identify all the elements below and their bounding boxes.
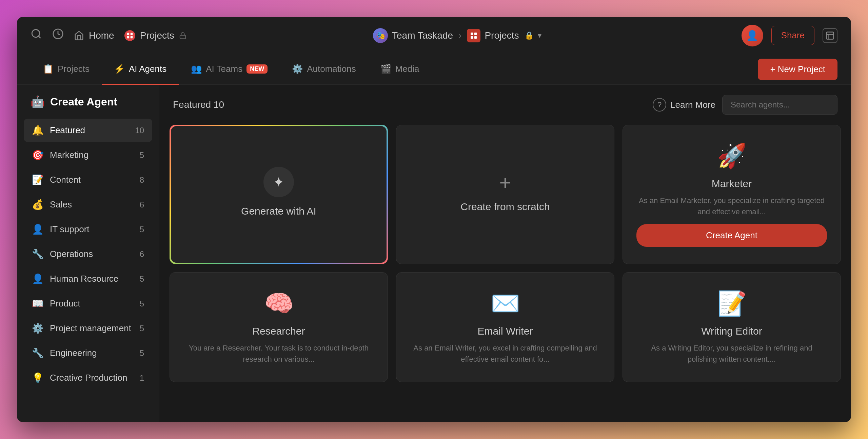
top-bar: Home Projects 🎭 Team Taskade › xyxy=(17,17,851,54)
sidebar-item-content[interactable]: 📝 Content 8 xyxy=(24,168,152,192)
tab-ai-teams-label: AI Teams xyxy=(206,64,242,74)
sidebar-item-creative-production[interactable]: 💡 Creative Production 1 xyxy=(24,366,152,390)
product-count: 5 xyxy=(140,299,144,308)
marketer-card[interactable]: 🚀 Marketer As an Email Marketer, you spe… xyxy=(623,125,841,264)
generate-ai-card[interactable]: ✦ Generate with AI xyxy=(170,125,388,264)
sidebar-header: 🤖 Create Agent xyxy=(24,95,152,108)
sidebar-it-support-label: IT support xyxy=(50,224,90,235)
email-writer-icon: ✉️ xyxy=(491,290,520,317)
marketing-count: 5 xyxy=(140,151,144,160)
tab-ai-agents[interactable]: ⚡ AI Agents xyxy=(102,54,179,85)
sidebar-item-marketing[interactable]: 🎯 Marketing 5 xyxy=(24,143,152,167)
writing-editor-desc: As a Writing Editor, you specialize in r… xyxy=(636,342,827,365)
sidebar-item-featured[interactable]: 🔔 Featured 10 xyxy=(24,119,152,142)
create-agent-icon: 🤖 xyxy=(31,95,45,108)
sidebar-item-it-support[interactable]: 👤 IT support 5 xyxy=(24,218,152,241)
tab-media[interactable]: 🎬 Media xyxy=(368,54,432,85)
nav-home[interactable]: Home xyxy=(74,30,114,41)
projects-breadcrumb-label: Projects xyxy=(485,30,519,41)
svg-point-0 xyxy=(32,29,40,37)
sidebar-item-human-resource[interactable]: 👤 Human Resource 5 xyxy=(24,267,152,291)
product-icon: 📖 xyxy=(32,298,44,309)
tab-ai-agents-label: AI Agents xyxy=(129,64,166,74)
main-content: 🤖 Create Agent 🔔 Featured 10 🎯 Marketing… xyxy=(17,85,851,422)
marketer-desc: As an Email Marketer, you specialize in … xyxy=(636,195,827,217)
project-management-icon: ⚙️ xyxy=(32,323,44,334)
new-badge: NEW xyxy=(246,64,268,74)
svg-rect-10 xyxy=(471,36,473,39)
breadcrumb-team[interactable]: 🎭 Team Taskade xyxy=(373,28,453,43)
share-button[interactable]: Share xyxy=(771,26,814,45)
sidebar-title: Create Agent xyxy=(50,96,117,108)
breadcrumb: 🎭 Team Taskade › Projects 🔒 ▾ xyxy=(183,28,731,43)
sidebar-engineering-label: Engineering xyxy=(50,348,97,358)
email-writer-title: Email Writer xyxy=(478,325,533,337)
svg-line-1 xyxy=(39,36,41,38)
svg-rect-4 xyxy=(131,33,133,35)
engineering-count: 5 xyxy=(140,348,144,358)
lock-icon: 🔒 xyxy=(525,31,534,40)
email-writer-card[interactable]: ✉️ Email Writer As an Email Writer, you … xyxy=(396,272,614,382)
window-button[interactable] xyxy=(823,28,837,43)
nav-projects[interactable]: Projects xyxy=(124,30,186,41)
create-scratch-card[interactable]: + Create from scratch xyxy=(396,125,614,264)
sidebar-creative-production-label: Creative Production xyxy=(50,373,127,383)
researcher-card[interactable]: 🧠 Researcher You are a Researcher. Your … xyxy=(170,272,388,382)
new-project-button[interactable]: + New Project xyxy=(758,59,837,80)
featured-count: 10 xyxy=(135,126,144,135)
email-writer-desc: As an Email Writer, you excel in craftin… xyxy=(410,342,600,365)
generate-ai-card-inner: ✦ Generate with AI xyxy=(171,126,387,263)
tabs-left: 📋 Projects ⚡ AI Agents 👥 AI Teams NEW ⚙️… xyxy=(31,54,432,85)
generate-ai-title: Generate with AI xyxy=(241,205,316,217)
clock-icon[interactable] xyxy=(52,28,64,43)
tab-media-label: Media xyxy=(395,64,419,74)
avatar[interactable]: 👤 xyxy=(742,25,763,46)
sidebar-item-sales[interactable]: 💰 Sales 6 xyxy=(24,193,152,216)
sidebar-item-operations[interactable]: 🔧 Operations 6 xyxy=(24,242,152,266)
svg-rect-5 xyxy=(127,36,129,38)
tab-projects-label: Projects xyxy=(58,64,90,74)
sidebar: 🤖 Create Agent 🔔 Featured 10 🎯 Marketing… xyxy=(17,85,159,422)
cards-grid: ✦ Generate with AI + Create from scratch… xyxy=(170,125,841,382)
human-resource-icon: 👤 xyxy=(32,273,44,284)
tab-projects[interactable]: 📋 Projects xyxy=(31,54,102,85)
operations-icon: 🔧 xyxy=(32,248,44,260)
team-name: Team Taskade xyxy=(392,30,453,41)
writing-editor-card[interactable]: 📝 Writing Editor As a Writing Editor, yo… xyxy=(623,272,841,382)
sidebar-item-project-management[interactable]: ⚙️ Project management 5 xyxy=(24,317,152,340)
project-management-count: 5 xyxy=(140,324,144,333)
sidebar-content-label: Content xyxy=(50,175,81,185)
svg-rect-11 xyxy=(474,36,477,39)
tab-automations[interactable]: ⚙️ Automations xyxy=(280,54,368,85)
help-icon: ? xyxy=(653,98,666,112)
it-support-count: 5 xyxy=(140,225,144,234)
section-title: Featured 10 xyxy=(173,99,224,110)
search-icon[interactable] xyxy=(31,28,42,43)
engineering-icon: 🔧 xyxy=(32,347,44,359)
projects-icon xyxy=(467,29,480,42)
sidebar-operations-label: Operations xyxy=(50,249,93,259)
researcher-icon: 🧠 xyxy=(264,290,294,317)
breadcrumb-projects[interactable]: Projects 🔒 ▾ xyxy=(467,29,541,42)
projects-tab-icon: 📋 xyxy=(43,64,54,74)
tab-ai-teams[interactable]: 👥 AI Teams NEW xyxy=(179,54,280,85)
marketer-title: Marketer xyxy=(712,178,752,189)
sidebar-sales-label: Sales xyxy=(50,199,72,210)
learn-more-button[interactable]: ? Learn More xyxy=(653,98,715,112)
chevron-down-icon: ▾ xyxy=(538,31,541,40)
sidebar-item-product[interactable]: 📖 Product 5 xyxy=(24,292,152,315)
top-bar-right: 👤 Share xyxy=(742,25,837,46)
researcher-desc: You are a Researcher. Your task is to co… xyxy=(183,342,374,365)
creative-production-count: 1 xyxy=(140,373,144,383)
featured-icon: 🔔 xyxy=(32,125,44,136)
marketing-icon: 🎯 xyxy=(32,149,44,161)
top-bar-left: Home Projects xyxy=(31,25,173,46)
sales-icon: 💰 xyxy=(32,199,44,210)
sidebar-item-engineering[interactable]: 🔧 Engineering 5 xyxy=(24,341,152,365)
operations-count: 6 xyxy=(140,250,144,259)
ai-agents-tab-icon: ⚡ xyxy=(114,64,125,74)
tab-automations-label: Automations xyxy=(307,64,356,74)
sidebar-marketing-label: Marketing xyxy=(50,150,88,160)
create-agent-button[interactable]: Create Agent xyxy=(636,224,827,247)
search-agents-input[interactable] xyxy=(722,95,837,115)
